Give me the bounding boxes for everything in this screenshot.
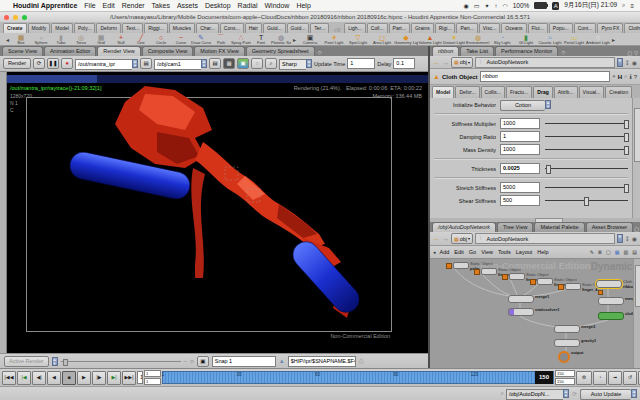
shelf-tab-muscles[interactable]: Muscles xyxy=(169,23,195,33)
param-tab-model[interactable]: Model xyxy=(432,86,454,98)
pin-icon[interactable]: ↧ xyxy=(625,59,630,66)
camera-spinner[interactable]: ▲▼ xyxy=(201,59,207,68)
shelf-tool-area-light[interactable]: ◻ Area Light xyxy=(370,34,394,45)
playbar-button-7[interactable]: ▶| xyxy=(107,371,121,385)
shelf-tab-modify[interactable]: Modify xyxy=(28,23,51,33)
net-nav-back-icon[interactable]: ← xyxy=(433,235,440,242)
net-menu-tools[interactable]: Tools xyxy=(498,249,511,255)
cook-refresh-icon[interactable]: ⟳ xyxy=(572,390,577,397)
shelf-tab-cloth[interactable]: Cloth xyxy=(624,23,640,33)
shelf-tab-part[interactable]: Part... xyxy=(456,23,477,33)
shelf-tool-sky-light[interactable]: ◔ Sky Light xyxy=(490,34,514,45)
shelf-tool-environment-light[interactable]: ◍ Environment Light xyxy=(466,34,490,45)
shelf-tab-cont[interactable]: Cont... xyxy=(574,23,597,33)
shelf-tab-char[interactable]: Char... xyxy=(196,23,219,33)
path-spinner[interactable]: ▼ xyxy=(617,58,623,67)
shelf-tool-geometry-light[interactable]: ◆ Geometry Light xyxy=(394,34,418,45)
pane-tab-take-list[interactable]: Take List xyxy=(460,46,494,56)
shelf-scroll-right-icon-2[interactable]: ▸ xyxy=(612,36,615,43)
rop-path-value[interactable]: /out/mantra_ipr xyxy=(75,59,132,70)
menu-help[interactable]: Help xyxy=(296,2,310,9)
headlight-icon[interactable]: ○ xyxy=(251,58,263,69)
info-icon[interactable]: ℹ xyxy=(629,73,631,80)
param-field-stiffness-multiplier[interactable]: 1000 xyxy=(500,118,540,129)
net-context-chip[interactable]: ▦ obj▾ xyxy=(451,233,473,244)
param-field-damping-ratio[interactable]: 1 xyxy=(500,131,540,142)
parameters-scrollbar[interactable] xyxy=(632,98,640,222)
camera-path-value[interactable]: /obj/cam1 xyxy=(154,59,201,70)
shelf-tool-circle[interactable]: ○ Circle xyxy=(151,34,171,45)
rop-spinner[interactable]: ▲▼ xyxy=(132,59,138,68)
playback-options-icon[interactable]: ⚙ xyxy=(576,371,592,385)
menu-assets[interactable]: Assets xyxy=(177,2,198,9)
shelf-scroll-right-icon[interactable]: ▸ xyxy=(293,36,296,43)
pane-tab-render-view[interactable]: Render View xyxy=(97,46,140,56)
pane-tab-obj-autodopnetwork[interactable]: /obj/AutoDopNetwork xyxy=(432,222,496,232)
menu-radial[interactable]: Radial xyxy=(238,2,258,9)
net-follow-icon[interactable]: ◉ xyxy=(632,235,637,242)
snapshot-camera-icon[interactable]: ▣ xyxy=(197,356,209,367)
shelf-tool-point-light[interactable]: ☀ Point Light xyxy=(322,34,346,45)
update-mode-spinner[interactable]: ▲▼ xyxy=(631,389,637,398)
loop-mode-icon[interactable]: ↺ xyxy=(623,371,637,385)
shelf-tab-coll[interactable]: Coll... xyxy=(367,23,388,33)
render-viewport[interactable]: /out/mantra_ipr/raytrace()-21:09:32[1] 1… xyxy=(7,72,428,353)
upload-status-icon[interactable]: ↑ xyxy=(494,3,497,9)
shelf-tab-hair[interactable]: Hair xyxy=(245,23,262,33)
image-preview-toggle-icon[interactable]: ▣ xyxy=(237,58,249,69)
snapshot-path-field[interactable]: $HIP/ipr/$SNAPNAME.$F4.$ xyxy=(288,356,356,367)
end-frame-field-2[interactable]: 150 xyxy=(555,378,575,385)
shelf-tool-caustic-light[interactable]: ≈ Caustic Light xyxy=(538,34,562,45)
shelf-tab-deform[interactable]: Deform xyxy=(96,23,120,33)
rop-chooser-icon[interactable]: ▤ xyxy=(140,58,152,69)
rop-selector[interactable]: /out/mantra_ipr ▲▼ xyxy=(75,59,138,68)
menu-file[interactable]: File xyxy=(84,2,95,9)
node-path-combo[interactable]: 〉AutoDopNetwork xyxy=(475,57,615,68)
camera-chooser-icon[interactable]: ▤ xyxy=(209,58,221,69)
nav-forward-icon[interactable]: → xyxy=(442,59,449,66)
shelf-tab-pyro-fx[interactable]: Pyro FX xyxy=(597,23,623,33)
menu-render[interactable]: Render xyxy=(122,2,145,9)
filter-selector[interactable]: Sharp ▲▼ xyxy=(279,59,312,68)
param-tab-fractu[interactable]: Fractu... xyxy=(506,86,532,98)
param-tab-creation[interactable]: Creation xyxy=(605,86,632,98)
shelf-tool-spray-paint[interactable]: ∴ Spray Paint xyxy=(231,34,251,45)
menu-desktop[interactable]: Desktop xyxy=(205,2,231,9)
shelf-tool-line[interactable]: ╱ Line xyxy=(131,34,151,45)
pane-tab-tree-view[interactable]: Tree View xyxy=(497,222,533,232)
param-field-mass-density[interactable]: 1000 xyxy=(500,144,540,155)
shelf-tool-volume-light[interactable]: ▲ Volume Light xyxy=(418,34,442,45)
param-field-thickness[interactable]: 0.0025 xyxy=(500,163,540,174)
net-color-palette-icon[interactable]: ▦ xyxy=(615,249,620,255)
param-slider-stiffness-multiplier[interactable] xyxy=(545,119,628,128)
net-nav-forward-icon[interactable]: → xyxy=(442,235,449,242)
param-tab-collis[interactable]: Collis... xyxy=(481,86,505,98)
sync-status-icon[interactable]: ✦ xyxy=(484,2,489,9)
shelf-tab-rigi[interactable]: Rigi... xyxy=(435,23,456,33)
help-h-icon[interactable]: H xyxy=(618,74,622,80)
spotlight-search-icon[interactable]: ⌕ xyxy=(622,2,625,9)
network-node-gravity1[interactable]: gravity1 xyxy=(554,339,596,347)
shelf-tab-poly[interactable]: Poly... xyxy=(74,23,96,33)
shelf-tool-grid[interactable]: ▦ Grid xyxy=(91,34,111,45)
shelf-tab-text[interactable]: Text... xyxy=(122,23,143,33)
playbar-button-2[interactable]: ◀| xyxy=(32,371,46,385)
status-search-icon[interactable]: ⌕ xyxy=(501,390,504,397)
substep-field[interactable]: 1 xyxy=(144,378,161,385)
export-icon[interactable]: ⎙ xyxy=(359,358,364,365)
shelf-tab-grains[interactable]: Grains xyxy=(411,23,434,33)
shelf-tool-ambient-light[interactable]: ○ Ambient Light xyxy=(586,34,610,45)
net-menu-layout[interactable]: Layout xyxy=(516,249,533,255)
realtime-toggle-icon[interactable]: ◔ xyxy=(593,371,607,385)
shelf-tool-platonic-solids[interactable]: ◍ Platonic Solids xyxy=(271,34,291,45)
playbar-button-5[interactable]: ▶ xyxy=(77,371,91,385)
update-time-field[interactable]: 1 xyxy=(347,58,375,69)
menu-window[interactable]: Window xyxy=(264,2,289,9)
playbar-button-1[interactable]: |◀ xyxy=(17,371,31,385)
network-node-staticsolver1[interactable]: staticsolver1 xyxy=(508,308,559,316)
playhead[interactable]: 150 xyxy=(535,371,553,384)
param-tab-defor[interactable]: Defor... xyxy=(455,86,479,98)
shelf-tab-oceans[interactable]: Oceans xyxy=(501,23,526,33)
playbar-button-3[interactable]: ◀ xyxy=(47,371,61,385)
snapshot-name-field[interactable]: Snap 1 xyxy=(212,356,276,367)
